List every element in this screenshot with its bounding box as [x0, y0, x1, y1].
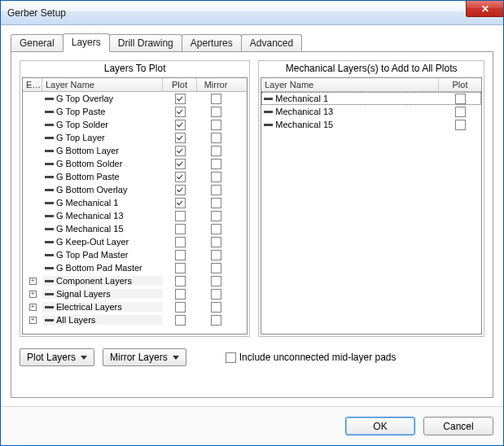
tab-apertures[interactable]: Apertures [182, 34, 242, 51]
mirror-checkbox[interactable] [211, 237, 221, 247]
expand-cell[interactable]: + [23, 304, 42, 311]
plot-checkbox[interactable] [175, 120, 186, 130]
mirror-checkbox[interactable] [211, 146, 221, 156]
mech-plot-checkbox[interactable] [455, 107, 466, 117]
layer-row[interactable]: G Bottom Overlay [23, 183, 247, 196]
layer-name-text: G Mechanical 1 [56, 198, 118, 208]
header-mirror[interactable]: Mirror [197, 78, 234, 91]
layer-row[interactable]: +Signal Layers [23, 287, 247, 300]
layer-icon [264, 111, 273, 113]
layer-row[interactable]: G Mechanical 13 [23, 209, 247, 222]
plot-checkbox[interactable] [175, 289, 186, 300]
mech-layer-row[interactable]: Mechanical 13 [261, 105, 481, 118]
layer-row[interactable]: G Top Pad Master [23, 248, 247, 261]
layer-row[interactable]: G Bottom Layer [23, 144, 247, 157]
mirror-checkbox[interactable] [211, 250, 221, 260]
plot-checkbox[interactable] [175, 315, 186, 326]
plot-checkbox[interactable] [175, 211, 186, 221]
expand-cell[interactable]: + [23, 291, 42, 298]
mirror-checkbox[interactable] [211, 276, 221, 286]
plot-checkbox[interactable] [175, 94, 186, 104]
header-extension[interactable]: Ex... [23, 78, 42, 91]
mech-plot-cell [439, 94, 481, 104]
tab-layers[interactable]: Layers [63, 33, 110, 52]
layer-icon [45, 189, 54, 191]
mirror-checkbox[interactable] [211, 198, 221, 208]
mirror-checkbox[interactable] [211, 120, 221, 130]
plot-checkbox[interactable] [175, 250, 186, 260]
plot-checkbox[interactable] [175, 276, 186, 286]
header-mech-plot[interactable]: Plot [439, 78, 481, 91]
plot-checkbox[interactable] [175, 198, 186, 208]
layer-name-text: G Mechanical 13 [56, 211, 124, 221]
mirror-checkbox[interactable] [211, 94, 221, 104]
mirror-checkbox[interactable] [211, 302, 221, 313]
mirror-checkbox[interactable] [211, 172, 221, 182]
mirror-checkbox[interactable] [211, 224, 221, 234]
plot-checkbox[interactable] [175, 146, 186, 156]
plot-checkbox[interactable] [175, 237, 186, 247]
plot-cell [163, 289, 197, 300]
expand-icon[interactable]: + [29, 317, 37, 324]
layer-row[interactable]: G Top Overlay [23, 92, 247, 105]
expand-cell[interactable]: + [23, 317, 42, 324]
header-layer-name[interactable]: Layer Name [42, 78, 163, 91]
layer-row[interactable]: G Top Paste [23, 105, 247, 118]
layer-row[interactable]: G Keep-Out Layer [23, 235, 247, 248]
plot-layers-button[interactable]: Plot Layers [20, 348, 94, 366]
layer-row[interactable]: G Mechanical 15 [23, 222, 247, 235]
tab-advanced[interactable]: Advanced [241, 34, 302, 51]
mech-layer-name-cell: Mechanical 13 [261, 107, 439, 116]
cancel-button[interactable]: Cancel [423, 417, 493, 435]
plot-checkbox[interactable] [175, 159, 186, 169]
expand-icon[interactable]: + [29, 304, 37, 311]
plot-checkbox[interactable] [175, 263, 186, 273]
plot-checkbox[interactable] [175, 107, 186, 117]
mirror-cell [197, 146, 234, 156]
expand-cell[interactable]: + [23, 278, 42, 285]
mirror-checkbox[interactable] [211, 315, 221, 326]
include-unconnected-option[interactable]: Include unconnected mid-layer pads [226, 352, 397, 363]
mirror-checkbox[interactable] [211, 107, 221, 117]
mirror-cell [197, 237, 234, 247]
layer-name-text: Signal Layers [56, 289, 111, 299]
mirror-checkbox[interactable] [211, 185, 221, 195]
header-plot[interactable]: Plot [163, 78, 197, 91]
layer-row[interactable]: G Top Layer [23, 131, 247, 144]
tab-general[interactable]: General [11, 34, 64, 51]
header-mech-layer-name[interactable]: Layer Name [261, 78, 439, 91]
ok-button[interactable]: OK [345, 417, 415, 435]
layer-row[interactable]: +Electrical Layers [23, 300, 247, 313]
layer-row[interactable]: G Mechanical 1 [23, 196, 247, 209]
layer-row[interactable]: +All Layers [23, 313, 247, 326]
layer-row[interactable]: G Bottom Solder [23, 157, 247, 170]
mirror-layers-button[interactable]: Mirror Layers [103, 348, 186, 366]
mech-layer-row[interactable]: Mechanical 15 [261, 118, 481, 131]
plot-checkbox[interactable] [175, 133, 186, 143]
mirror-checkbox[interactable] [211, 263, 221, 273]
close-button[interactable]: ✕ [466, 1, 503, 17]
mirror-checkbox[interactable] [211, 211, 221, 221]
expand-icon[interactable]: + [29, 291, 37, 298]
layer-name-text: G Top Pad Master [56, 250, 128, 260]
mirror-checkbox[interactable] [211, 289, 221, 300]
mech-plot-checkbox[interactable] [455, 94, 466, 104]
layer-row[interactable]: G Bottom Paste [23, 170, 247, 183]
layer-row[interactable]: +Component Layers [23, 274, 247, 287]
layer-icon [45, 137, 54, 139]
tab-drill-drawing[interactable]: Drill Drawing [109, 34, 182, 51]
layer-row[interactable]: G Bottom Pad Master [23, 261, 247, 274]
plot-checkbox[interactable] [175, 302, 186, 313]
mirror-checkbox[interactable] [211, 133, 221, 143]
include-unconnected-checkbox[interactable] [226, 352, 236, 363]
layer-icon [264, 124, 273, 126]
plot-checkbox[interactable] [175, 224, 186, 234]
mirror-checkbox[interactable] [211, 159, 221, 169]
expand-icon[interactable]: + [29, 278, 37, 285]
plot-checkbox[interactable] [175, 185, 186, 195]
mech-plot-checkbox[interactable] [455, 120, 466, 130]
layer-name-text: G Top Paste [56, 107, 105, 116]
mech-layer-row[interactable]: Mechanical 1 [261, 92, 481, 105]
layer-row[interactable]: G Top Solder [23, 118, 247, 131]
plot-checkbox[interactable] [175, 172, 186, 182]
